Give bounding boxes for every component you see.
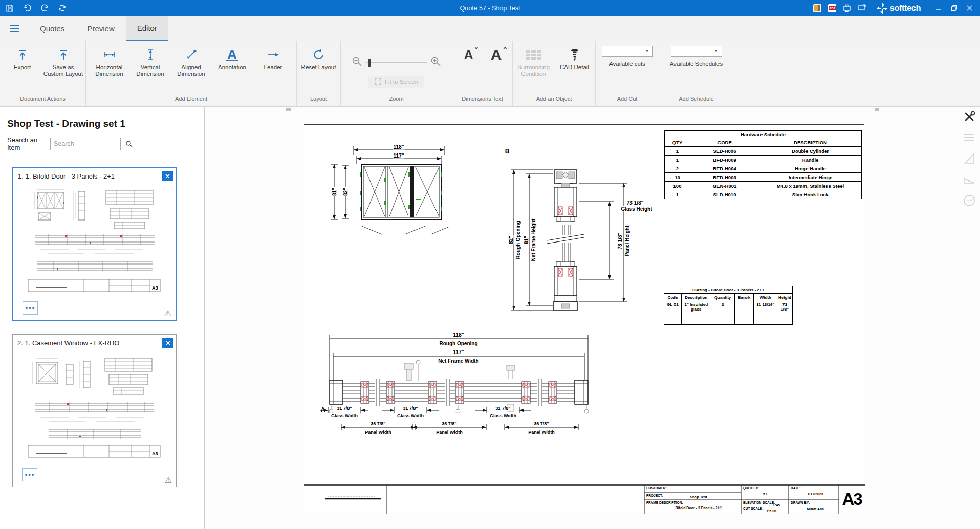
tab-bar: Quotes Preview Editor <box>0 16 980 41</box>
group-label: Add Cut <box>596 96 659 106</box>
panel-width-label: Panel Width <box>528 430 555 435</box>
chevron-down-icon: ▼ <box>642 46 652 56</box>
rotate-90-icon[interactable]: 90° <box>962 193 976 208</box>
panel-width-value: 36 7/8" <box>441 421 457 426</box>
glass-width-value: 31 7/8" <box>336 406 352 411</box>
zoom-in-icon[interactable] <box>430 56 442 70</box>
cad-detail-button[interactable]: CAD Detail <box>554 46 595 71</box>
table-row: GL-01 1" Insulated glass 3 31 13/16" 73 … <box>664 301 793 325</box>
set-square-icon[interactable] <box>962 151 976 166</box>
close-button[interactable] <box>962 0 977 16</box>
zoom-slider[interactable] <box>366 62 427 63</box>
export-pdf-icon[interactable]: PDF <box>828 4 837 12</box>
save-layout-arrow-icon <box>57 46 70 64</box>
annotation-button[interactable]: A Annotation <box>212 46 253 71</box>
remove-item-icon[interactable] <box>162 338 173 348</box>
hardware-schedule-table: Hardware Schedule QTY CODE DESCRIPTION 1… <box>664 130 862 199</box>
glass-width-label: Glass Width <box>489 413 517 418</box>
glass-width-value: 31 7/8" <box>495 406 511 411</box>
redo-icon[interactable] <box>40 4 49 13</box>
search-icon[interactable] <box>125 140 133 147</box>
fit-to-screen-icon <box>375 78 381 86</box>
set-square-flat-icon[interactable] <box>962 172 976 187</box>
available-schedules-dropdown[interactable]: ▼ Available Schedules <box>670 46 723 67</box>
drawing-sheet[interactable]: 118" 117" 81" 82" B 82" Rough Opening 81… <box>304 124 864 513</box>
leader-button[interactable]: Leader <box>253 46 294 71</box>
decrease-dimension-text-button[interactable]: Aˇ <box>460 46 478 64</box>
svg-text:A3: A3 <box>152 285 158 291</box>
drawing-item-card-2[interactable]: 2. 1. Casement Window - FX-RHO <box>12 334 177 487</box>
vertical-dimension-button[interactable]: Vertical Dimension <box>130 46 171 77</box>
tools-icon[interactable] <box>962 109 976 124</box>
group-label: Document Actions <box>0 96 85 106</box>
horizontal-dimension-button[interactable]: Horizontal Dimension <box>89 46 130 77</box>
cut-scale-value: 1:5.06 <box>766 509 776 513</box>
available-cuts-dropdown[interactable]: ▼ Available cuts <box>602 46 653 67</box>
date-value: 1/17/2023 <box>807 492 823 496</box>
remove-item-icon[interactable] <box>162 171 173 181</box>
save-as-custom-layout-button[interactable]: Save as Custom Layout <box>43 46 84 77</box>
project-value: Shop Test <box>690 495 707 499</box>
more-options-button[interactable]: ●●● <box>23 301 38 315</box>
item-thumbnail: A3 <box>18 184 171 298</box>
minimize-button[interactable] <box>931 0 946 16</box>
restore-button[interactable] <box>946 0 962 16</box>
refresh-icon[interactable] <box>57 4 67 13</box>
group-label: Add Schedule <box>659 96 733 106</box>
quote-number-label: QUOTE #: <box>743 486 759 490</box>
bricks-icon <box>526 46 541 64</box>
export-image-icon[interactable] <box>813 4 822 12</box>
zoom-out-icon[interactable] <box>351 56 363 70</box>
plan-rough-label: Rough Opening <box>439 341 478 346</box>
search-input[interactable] <box>50 138 121 150</box>
elevation-height-outer: 81" <box>332 187 337 196</box>
table-row: 2BFD-H004Hinge Handle <box>665 164 862 173</box>
undo-icon[interactable] <box>23 4 32 13</box>
table-title: Hardware Schedule <box>665 131 862 138</box>
softtech-logo: softtech <box>877 3 921 14</box>
section-view-label: B <box>505 148 510 155</box>
tab-quotes[interactable]: Quotes <box>29 16 76 41</box>
tab-preview[interactable]: Preview <box>76 16 125 41</box>
list-icon[interactable] <box>962 130 976 145</box>
softtech-logo-mark <box>877 3 888 14</box>
chevron-down-icon: ▼ <box>711 46 722 56</box>
menu-icon[interactable] <box>0 16 29 41</box>
section-rough-label: Rough Opening <box>515 221 521 260</box>
table-row: 1SLD-H010Slim Hook Lock <box>665 190 862 199</box>
drawn-by-value: Murat Alla <box>807 507 824 511</box>
group-zoom: Fit to Screen Zoom <box>341 41 452 106</box>
drawing-set-panel: Shop Test - Drawing set 1 Search an Item… <box>0 107 205 529</box>
print-icon[interactable] <box>843 4 852 12</box>
surrounding-condition-button[interactable]: Surrounding Condition <box>513 46 554 77</box>
export-button[interactable]: Export <box>2 46 43 71</box>
section-net-label: Net Frame Height <box>531 218 536 262</box>
increase-dimension-text-button[interactable]: Aˆ <box>487 46 506 64</box>
drawing-set-title: Shop Test - Drawing set 1 <box>7 118 204 129</box>
elevation-height-inner: 82" <box>343 187 349 196</box>
elevation-width-inner: 117" <box>393 153 405 159</box>
glass-width-label: Glass Width <box>397 413 424 418</box>
more-options-button[interactable]: ●●● <box>22 468 37 481</box>
present-icon[interactable] <box>858 4 866 12</box>
group-label: Zoom <box>341 96 452 106</box>
tab-editor[interactable]: Editor <box>126 16 168 41</box>
drawing-item-card-1[interactable]: 1. 1. Bifold Door - 3 Panels - 2+1 <box>12 167 177 321</box>
save-icon[interactable] <box>5 4 14 13</box>
aligned-dimension-button[interactable]: Aligned Dimension <box>171 46 212 77</box>
elevation-width-outer: 118" <box>393 144 405 150</box>
table-row: 10BFD-H003Intermediate Hinge <box>665 173 862 182</box>
elevation-scale-value: 1:45 <box>773 503 780 507</box>
group-add-schedule: ▼ Available Schedules Add Schedule <box>659 41 733 106</box>
zoom-slider-thumb[interactable] <box>368 59 371 67</box>
item-thumbnail: A3 <box>18 351 171 464</box>
reset-layout-icon <box>312 46 326 64</box>
quote-number-value: 57 <box>763 492 767 496</box>
section-net-value: 81" <box>524 235 529 245</box>
group-add-element: Horizontal Dimension Vertical Dimension … <box>86 41 297 106</box>
drawing-canvas[interactable]: 118" 117" 81" 82" B 82" Rough Opening 81… <box>205 107 980 529</box>
fit-to-screen-button[interactable]: Fit to Screen <box>368 76 424 88</box>
reset-layout-button[interactable]: Reset Layout <box>298 46 339 71</box>
group-layout: Reset Layout Layout <box>297 41 341 106</box>
group-label: Add Element <box>86 96 296 106</box>
